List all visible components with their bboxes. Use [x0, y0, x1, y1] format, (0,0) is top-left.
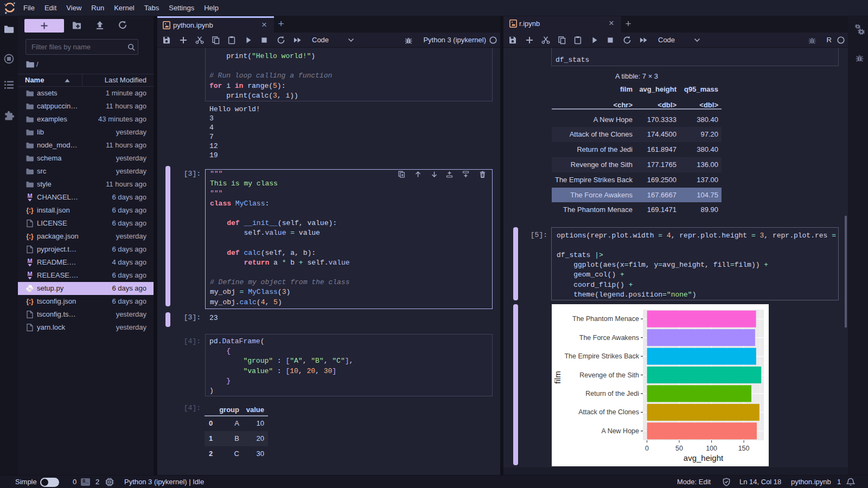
svg-text:avg_height: avg_height — [684, 453, 724, 463]
svg-text:The Phantom Menace: The Phantom Menace — [572, 315, 639, 323]
svg-text:A New Hope: A New Hope — [602, 427, 640, 435]
svg-text:Revenge of the Sith: Revenge of the Sith — [579, 371, 639, 379]
svg-text:0: 0 — [645, 445, 649, 452]
svg-text:M: M — [27, 193, 32, 199]
svg-text:M: M — [27, 271, 32, 277]
svg-text:Return of the Jedi: Return of the Jedi — [585, 390, 639, 397]
svg-text:film: film — [553, 371, 562, 383]
svg-text:The Force Awakens: The Force Awakens — [579, 334, 639, 342]
svg-text:{:}: {:} — [26, 298, 34, 305]
svg-text:Attack of the Clones: Attack of the Clones — [578, 408, 639, 416]
svg-text:150: 150 — [738, 445, 750, 452]
svg-text:The Empire Strikes Back: The Empire Strikes Back — [564, 352, 639, 360]
svg-text:{:}: {:} — [26, 207, 34, 214]
svg-text:50: 50 — [675, 445, 683, 452]
svg-text:{:}: {:} — [26, 233, 34, 240]
svg-text:100: 100 — [706, 445, 717, 452]
svg-text:M: M — [27, 258, 32, 264]
